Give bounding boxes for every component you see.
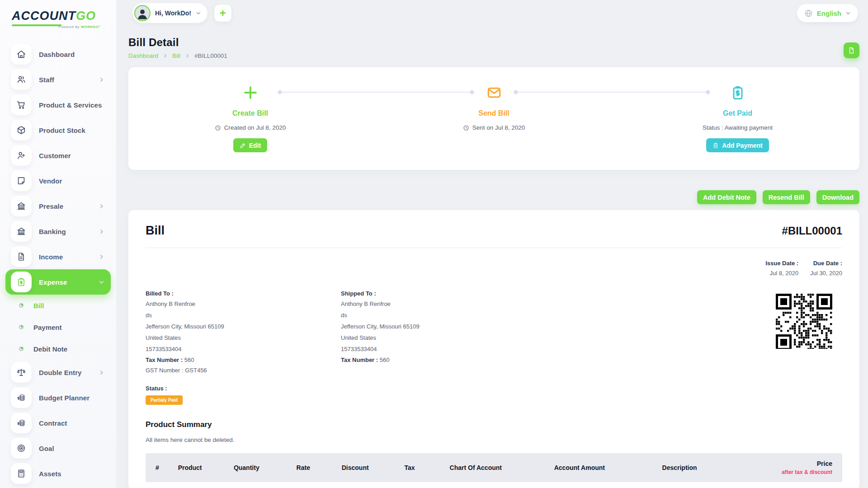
bill-progress-card: Create Bill Created on Jul 8, 2020 Edit … xyxy=(128,67,859,170)
sidebar-item-assets[interactable]: Assets xyxy=(5,461,111,486)
clipboard-dollar-icon xyxy=(11,272,32,292)
sidebar-item-label: Vendor xyxy=(39,177,62,185)
coins-icon xyxy=(11,413,32,433)
file-icon xyxy=(11,246,32,267)
bill-number: #BILL00001 xyxy=(782,225,842,237)
sidebar-item-dashboard[interactable]: Dashboard xyxy=(5,42,111,67)
step-note: Sent on Jul 8, 2020 xyxy=(463,124,525,131)
table-cell: - xyxy=(174,482,229,488)
sidebar-item-label: Product & Services xyxy=(39,101,102,109)
divider xyxy=(146,248,842,248)
document-button[interactable] xyxy=(844,42,859,58)
sidebar-item-staff[interactable]: Staff xyxy=(5,67,111,92)
chevron-down-icon xyxy=(99,279,104,285)
breadcrumb-dashboard[interactable]: Dashboard xyxy=(128,52,158,59)
chevron-right-icon xyxy=(99,77,104,83)
receipt-icon xyxy=(712,142,719,149)
chevron-right-icon xyxy=(99,370,104,375)
sidebar-item-budget-planner[interactable]: Budget Planner xyxy=(5,385,111,410)
sidebar-item-label: Expense xyxy=(39,278,67,286)
cube-icon xyxy=(11,120,32,141)
sidebar-item-presale[interactable]: Presale xyxy=(5,193,111,219)
sidebar-subitem-payment[interactable]: Payment xyxy=(5,316,111,338)
sidebar-item-vendor[interactable]: Vendor xyxy=(5,168,111,193)
table-cell: - xyxy=(400,482,445,488)
sidebar-subitem-label: Bill xyxy=(33,302,44,310)
user-greeting: Hi, WorkDo! xyxy=(155,9,191,17)
table-header-cell: Priceafter tax & discount xyxy=(755,453,842,482)
sidebar: ACCOUNTGO Powered By WORKDO° Dashboard S… xyxy=(0,0,116,488)
bill-title: Bill xyxy=(146,224,165,238)
sidebar-item-customer[interactable]: Customer xyxy=(5,143,111,168)
brand-name: ACCOUNTGO xyxy=(12,10,116,22)
chevron-right-icon xyxy=(163,53,168,58)
sidebar-item-label: Contract xyxy=(39,419,67,427)
table-header-cell: # xyxy=(146,453,174,482)
user-menu[interactable]: Hi, WorkDo! xyxy=(132,3,208,23)
breadcrumb-current: #BILL00001 xyxy=(194,52,227,59)
sidebar-item-label: Dashboard xyxy=(39,51,75,58)
clock-icon xyxy=(463,125,469,131)
bill-card: Bill #BILL00001 Issue Date : Jul 8, 2020… xyxy=(128,210,859,488)
sidebar-item-income[interactable]: Income xyxy=(5,244,111,269)
sidebar-item-label: Banking xyxy=(39,228,66,235)
sidebar-subitem-bill[interactable]: Bill xyxy=(5,295,111,316)
chevron-down-icon xyxy=(196,10,201,16)
table-cell: - xyxy=(337,482,400,488)
edit-icon xyxy=(240,142,246,149)
scales-icon xyxy=(11,362,32,383)
breadcrumb-bill[interactable]: Bill xyxy=(172,52,180,59)
bullet-icon xyxy=(19,325,24,329)
sidebar-item-label: Product Stock xyxy=(39,127,85,134)
cart-icon xyxy=(11,94,32,115)
main-area: Hi, WorkDo! + English Bill Detail Dashbo… xyxy=(116,0,868,488)
step-send-bill: Send Bill Sent on Jul 8, 2020 xyxy=(372,67,616,170)
product-summary-title: Product Summary xyxy=(146,420,842,429)
sidebar-item-label: Presale xyxy=(39,202,63,210)
sidebar-item-product-stock[interactable]: Product Stock xyxy=(5,117,111,143)
resend-bill-button[interactable]: Resend Bill xyxy=(763,190,810,204)
table-header-cell: Discount xyxy=(337,453,400,482)
sidebar-item-label: Goal xyxy=(39,445,54,452)
add-payment-button[interactable]: Add Payment xyxy=(706,138,769,152)
table-header-cell: Product xyxy=(174,453,229,482)
step-get-paid: Get Paid Status : Awaiting payment Add P… xyxy=(616,67,859,170)
table-header-cell: Quantity xyxy=(229,453,292,482)
sidebar-item-expense[interactable]: Expense xyxy=(5,269,111,295)
table-cell: - xyxy=(445,482,550,488)
qr-code xyxy=(776,294,832,349)
topbar: Hi, WorkDo! + English xyxy=(116,0,868,26)
download-button[interactable]: Download xyxy=(816,190,859,204)
table-cell: 0.00$ xyxy=(755,482,842,488)
users-icon xyxy=(11,69,32,90)
step-title: Create Bill xyxy=(232,109,268,117)
shipped-to-block: Shipped To : Anthony B Renfroe ds Jeffer… xyxy=(341,290,536,374)
sidebar-item-goal[interactable]: Goal xyxy=(5,436,111,461)
sidebar-subitem-debit-note[interactable]: Debit Note xyxy=(5,338,111,360)
language-selector[interactable]: English xyxy=(797,4,858,22)
home-icon xyxy=(11,44,32,65)
calculator-icon xyxy=(11,463,32,484)
brand-powered-by: Powered By WORKDO° xyxy=(12,25,100,29)
brand-logo[interactable]: ACCOUNTGO Powered By WORKDO° xyxy=(0,5,116,35)
table-cell: 0.00$ xyxy=(550,482,658,488)
content: Bill Detail Dashboard Bill #BILL00001 xyxy=(116,26,868,488)
sidebar-item-label: Customer xyxy=(39,152,71,160)
table-header-cell: Chart Of Account xyxy=(445,453,550,482)
page-head: Bill Detail Dashboard Bill #BILL00001 xyxy=(128,36,859,59)
step-note: Status : Awaiting payment xyxy=(703,124,773,131)
bill-status: Status : Partialy Paid xyxy=(146,385,842,405)
sidebar-item-banking[interactable]: Banking xyxy=(5,219,111,244)
table-header-cell: Tax xyxy=(400,453,445,482)
billed-to-block: Billed To : Anthony B Renfroe ds Jeffers… xyxy=(146,290,341,374)
edit-button[interactable]: Edit xyxy=(233,138,267,152)
add-debit-note-button[interactable]: Add Debit Note xyxy=(697,190,756,204)
sidebar-item-double-entry[interactable]: Double Entry xyxy=(5,360,111,385)
sidebar-item-product-services[interactable]: Product & Services xyxy=(5,92,111,117)
add-button[interactable]: + xyxy=(214,4,232,22)
bill-actions: Add Debit Note Resend Bill Download xyxy=(128,190,859,204)
table-header-cell: Rate xyxy=(292,453,337,482)
sidebar-item-label: Budget Planner xyxy=(39,394,90,402)
sidebar-item-contract[interactable]: Contract xyxy=(5,410,111,436)
product-summary-note: All items here cannot be deleted. xyxy=(146,436,842,443)
